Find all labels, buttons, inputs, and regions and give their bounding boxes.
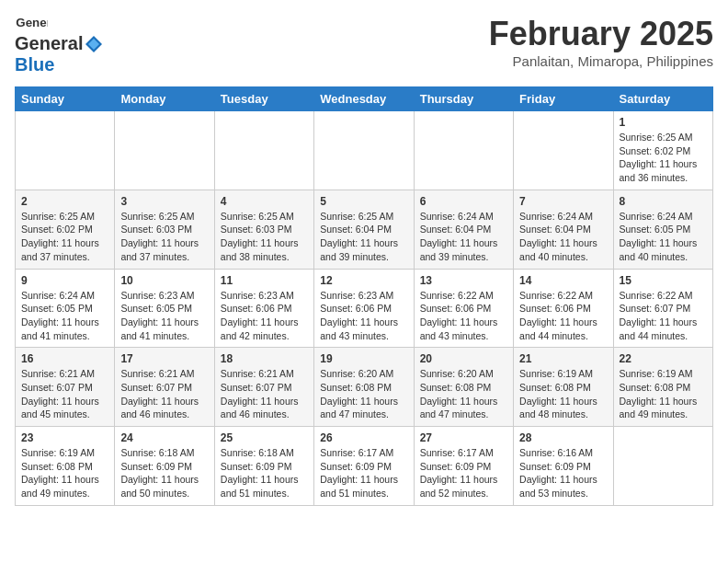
day-info: Sunrise: 6:21 AM Sunset: 6:07 PM Dayligh… [120, 367, 208, 421]
day-info: Sunrise: 6:24 AM Sunset: 6:04 PM Dayligh… [420, 210, 507, 264]
day-info: Sunrise: 6:19 AM Sunset: 6:08 PM Dayligh… [21, 446, 108, 500]
table-row: 18Sunrise: 6:21 AM Sunset: 6:07 PM Dayli… [214, 348, 313, 427]
day-info: Sunrise: 6:22 AM Sunset: 6:06 PM Dayligh… [420, 289, 507, 343]
col-tuesday: Tuesday [214, 87, 313, 111]
table-row: 24Sunrise: 6:18 AM Sunset: 6:09 PM Dayli… [115, 427, 214, 506]
logo-icon: General [15, 15, 48, 33]
calendar-week-row: 16Sunrise: 6:21 AM Sunset: 6:07 PM Dayli… [16, 348, 713, 427]
table-row: 7Sunrise: 6:24 AM Sunset: 6:04 PM Daylig… [514, 190, 613, 269]
day-number: 5 [320, 195, 407, 208]
table-row [314, 111, 414, 190]
day-info: Sunrise: 6:25 AM Sunset: 6:02 PM Dayligh… [21, 210, 108, 264]
day-info: Sunrise: 6:22 AM Sunset: 6:06 PM Dayligh… [519, 289, 607, 343]
table-row [414, 111, 513, 190]
day-info: Sunrise: 6:16 AM Sunset: 6:09 PM Dayligh… [519, 446, 607, 500]
table-row: 23Sunrise: 6:19 AM Sunset: 6:08 PM Dayli… [16, 427, 115, 506]
day-number: 22 [620, 352, 707, 365]
day-number: 26 [320, 431, 407, 444]
day-info: Sunrise: 6:22 AM Sunset: 6:07 PM Dayligh… [620, 289, 707, 343]
day-number: 23 [21, 431, 108, 444]
day-number: 18 [221, 352, 308, 365]
col-sunday: Sunday [16, 87, 115, 111]
svg-text:General: General [16, 16, 48, 29]
page-header: General General Blue February 2025 Panla… [15, 15, 713, 75]
day-info: Sunrise: 6:23 AM Sunset: 6:06 PM Dayligh… [221, 289, 308, 343]
day-number: 17 [120, 352, 208, 365]
day-number: 4 [221, 195, 308, 208]
table-row: 4Sunrise: 6:25 AM Sunset: 6:03 PM Daylig… [214, 190, 313, 269]
table-row: 25Sunrise: 6:18 AM Sunset: 6:09 PM Dayli… [214, 427, 313, 506]
table-row: 16Sunrise: 6:21 AM Sunset: 6:07 PM Dayli… [16, 348, 115, 427]
table-row: 1Sunrise: 6:25 AM Sunset: 6:02 PM Daylig… [613, 111, 712, 190]
calendar-week-row: 2Sunrise: 6:25 AM Sunset: 6:02 PM Daylig… [16, 190, 713, 269]
table-row: 22Sunrise: 6:19 AM Sunset: 6:08 PM Dayli… [613, 348, 712, 427]
table-row: 28Sunrise: 6:16 AM Sunset: 6:09 PM Dayli… [514, 427, 613, 506]
day-number: 19 [320, 352, 407, 365]
day-number: 10 [120, 274, 208, 287]
col-friday: Friday [514, 87, 613, 111]
calendar-week-row: 1Sunrise: 6:25 AM Sunset: 6:02 PM Daylig… [16, 111, 713, 190]
table-row: 3Sunrise: 6:25 AM Sunset: 6:03 PM Daylig… [115, 190, 214, 269]
day-number: 9 [21, 274, 108, 287]
table-row: 11Sunrise: 6:23 AM Sunset: 6:06 PM Dayli… [214, 269, 313, 348]
col-wednesday: Wednesday [314, 87, 414, 111]
day-number: 25 [221, 431, 308, 444]
table-row: 15Sunrise: 6:22 AM Sunset: 6:07 PM Dayli… [613, 269, 712, 348]
day-number: 13 [420, 274, 507, 287]
table-row: 19Sunrise: 6:20 AM Sunset: 6:08 PM Dayli… [314, 348, 414, 427]
day-info: Sunrise: 6:24 AM Sunset: 6:05 PM Dayligh… [620, 210, 707, 264]
calendar-week-row: 9Sunrise: 6:24 AM Sunset: 6:05 PM Daylig… [16, 269, 713, 348]
table-row: 14Sunrise: 6:22 AM Sunset: 6:06 PM Dayli… [514, 269, 613, 348]
table-row: 12Sunrise: 6:23 AM Sunset: 6:06 PM Dayli… [314, 269, 414, 348]
calendar-week-row: 23Sunrise: 6:19 AM Sunset: 6:08 PM Dayli… [16, 427, 713, 506]
logo-flag-icon [84, 34, 104, 54]
day-info: Sunrise: 6:20 AM Sunset: 6:08 PM Dayligh… [320, 367, 407, 421]
table-row: 26Sunrise: 6:17 AM Sunset: 6:09 PM Dayli… [314, 427, 414, 506]
day-info: Sunrise: 6:19 AM Sunset: 6:08 PM Dayligh… [519, 367, 607, 421]
day-info: Sunrise: 6:17 AM Sunset: 6:09 PM Dayligh… [320, 446, 407, 500]
table-row [16, 111, 115, 190]
table-row: 13Sunrise: 6:22 AM Sunset: 6:06 PM Dayli… [414, 269, 513, 348]
day-info: Sunrise: 6:21 AM Sunset: 6:07 PM Dayligh… [221, 367, 308, 421]
day-info: Sunrise: 6:23 AM Sunset: 6:06 PM Dayligh… [320, 289, 407, 343]
day-number: 11 [221, 274, 308, 287]
day-info: Sunrise: 6:25 AM Sunset: 6:04 PM Dayligh… [320, 210, 407, 264]
logo-general: General [15, 33, 83, 54]
table-row: 6Sunrise: 6:24 AM Sunset: 6:04 PM Daylig… [414, 190, 513, 269]
day-info: Sunrise: 6:25 AM Sunset: 6:03 PM Dayligh… [221, 210, 308, 264]
logo: General General Blue [15, 15, 105, 75]
calendar-table: Sunday Monday Tuesday Wednesday Thursday… [15, 86, 713, 506]
day-number: 27 [420, 431, 507, 444]
col-monday: Monday [115, 87, 214, 111]
table-row [613, 427, 712, 506]
day-number: 3 [120, 195, 208, 208]
table-row: 10Sunrise: 6:23 AM Sunset: 6:05 PM Dayli… [115, 269, 214, 348]
day-info: Sunrise: 6:17 AM Sunset: 6:09 PM Dayligh… [420, 446, 507, 500]
day-info: Sunrise: 6:21 AM Sunset: 6:07 PM Dayligh… [21, 367, 108, 421]
day-number: 28 [519, 431, 607, 444]
calendar-header-row: Sunday Monday Tuesday Wednesday Thursday… [16, 87, 713, 111]
day-info: Sunrise: 6:19 AM Sunset: 6:08 PM Dayligh… [620, 367, 707, 421]
col-thursday: Thursday [414, 87, 513, 111]
table-row: 20Sunrise: 6:20 AM Sunset: 6:08 PM Dayli… [414, 348, 513, 427]
day-info: Sunrise: 6:25 AM Sunset: 6:03 PM Dayligh… [120, 210, 208, 264]
col-saturday: Saturday [613, 87, 712, 111]
day-info: Sunrise: 6:18 AM Sunset: 6:09 PM Dayligh… [221, 446, 308, 500]
logo-blue: Blue [15, 54, 54, 75]
day-number: 2 [21, 195, 108, 208]
day-info: Sunrise: 6:24 AM Sunset: 6:05 PM Dayligh… [21, 289, 108, 343]
table-row: 27Sunrise: 6:17 AM Sunset: 6:09 PM Dayli… [414, 427, 513, 506]
table-row [514, 111, 613, 190]
day-number: 12 [320, 274, 407, 287]
day-number: 6 [420, 195, 507, 208]
day-number: 8 [620, 195, 707, 208]
day-number: 21 [519, 352, 607, 365]
day-info: Sunrise: 6:18 AM Sunset: 6:09 PM Dayligh… [120, 446, 208, 500]
day-info: Sunrise: 6:20 AM Sunset: 6:08 PM Dayligh… [420, 367, 507, 421]
day-number: 1 [620, 116, 707, 129]
day-number: 20 [420, 352, 507, 365]
table-row: 9Sunrise: 6:24 AM Sunset: 6:05 PM Daylig… [16, 269, 115, 348]
day-info: Sunrise: 6:25 AM Sunset: 6:02 PM Dayligh… [620, 131, 707, 185]
calendar-location: Panlaitan, Mimaropa, Philippines [489, 53, 713, 69]
table-row [214, 111, 313, 190]
